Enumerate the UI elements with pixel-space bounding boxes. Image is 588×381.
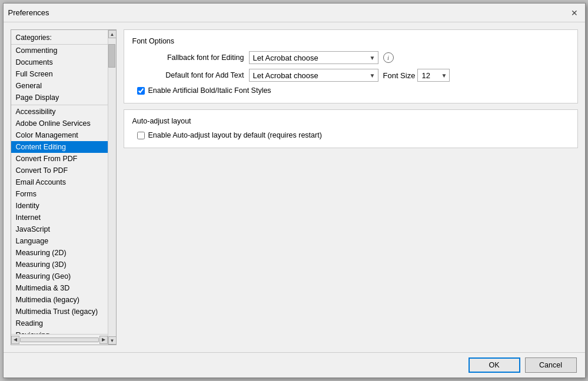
font-options-title: Font Options [132,37,569,45]
scroll-down-button[interactable]: ▼ [108,336,117,345]
sidebar-item-color-management[interactable]: Color Management [11,129,108,141]
font-size-label: Font Size [383,71,416,80]
preferences-dialog: Preferences ✕ Categories: CommentingDocu… [3,3,586,378]
sidebar-item-accessibility[interactable]: Accessibility [11,105,108,118]
auto-adjust-row: Enable Auto-adjust layout by default (re… [137,131,569,139]
fallback-font-value: Let Acrobat choose [253,54,318,62]
sidebar-item-measuring-2d[interactable]: Measuring (2D) [11,247,108,259]
cancel-button[interactable]: Cancel [525,357,577,373]
auto-adjust-section: Auto-adjust layout Enable Auto-adjust la… [124,109,578,148]
sidebar-bottom: ◀ ▶ [11,334,108,345]
font-size-dropdown[interactable]: 12 ▼ [417,69,450,82]
font-size-arrow: ▼ [441,72,447,79]
sidebar-inner: Categories: CommentingDocumentsFull Scre… [11,30,108,345]
font-size-value: 12 [421,71,430,80]
font-options-section: Font Options Fallback font for Editing L… [124,29,578,103]
auto-adjust-label[interactable]: Enable Auto-adjust layout by default (re… [148,131,322,139]
sidebar-list: CommentingDocumentsFull ScreenGeneralPag… [11,45,108,334]
dialog-title: Preferences [8,8,49,17]
scroll-track[interactable] [108,38,116,336]
ok-button[interactable]: OK [469,357,520,373]
fallback-font-label: Fallback font for Editing [132,54,244,62]
fallback-font-dropdown[interactable]: Let Acrobat choose ▼ [249,51,378,64]
bold-italic-row: Enable Artificial Bold/Italic Font Style… [137,86,569,95]
default-font-row: Default font for Add Text Let Acrobat ch… [132,69,569,82]
sidebar-item-convert-from-pdf[interactable]: Convert From PDF [11,153,108,165]
sidebar-item-multimedia-legacy[interactable]: Multimedia (legacy) [11,294,108,306]
fallback-font-info-icon[interactable]: i [383,52,394,63]
sidebar-item-forms[interactable]: Forms [11,188,108,200]
default-font-value: Let Acrobat choose [253,71,318,80]
sidebar-item-multimedia-3d[interactable]: Multimedia & 3D [11,282,108,294]
close-button[interactable]: ✕ [569,7,580,19]
sidebar-item-language[interactable]: Language [11,235,108,247]
horizontal-scrollbar-track[interactable] [20,337,99,342]
sidebar-item-measuring-3d[interactable]: Measuring (3D) [11,259,108,270]
sidebar-item-reading[interactable]: Reading [11,317,108,329]
bold-italic-checkbox[interactable] [137,87,145,95]
fallback-font-row: Fallback font for Editing Let Acrobat ch… [132,51,569,64]
sidebar-item-full-screen[interactable]: Full Screen [11,68,108,80]
vertical-scrollbar: ▲ ▼ [108,30,116,345]
sidebar-item-javascript[interactable]: JavaScript [11,223,108,235]
default-font-dropdown[interactable]: Let Acrobat choose ▼ [249,69,378,82]
sidebar-item-commenting[interactable]: Commenting [11,45,108,56]
scroll-left-button[interactable]: ◀ [11,336,19,344]
dialog-footer: OK Cancel [4,352,585,377]
bold-italic-label[interactable]: Enable Artificial Bold/Italic Font Style… [148,86,271,95]
default-font-label: Default font for Add Text [132,71,244,79]
sidebar-item-general[interactable]: General [11,80,108,92]
scroll-up-button[interactable]: ▲ [108,30,117,38]
sidebar-item-page-display[interactable]: Page Display [11,92,108,103]
sidebar-item-convert-to-pdf[interactable]: Convert To PDF [11,165,108,176]
title-bar: Preferences ✕ [4,4,585,22]
scroll-thumb[interactable] [108,44,115,68]
sidebar-item-reviewing[interactable]: Reviewing [11,329,108,334]
sidebar-item-multimedia-trust[interactable]: Multimedia Trust (legacy) [11,306,108,317]
sidebar-item-email-accounts[interactable]: Email Accounts [11,176,108,188]
sidebar-list-container: CommentingDocumentsFull ScreenGeneralPag… [11,44,108,334]
sidebar-item-internet[interactable]: Internet [11,212,108,223]
sidebar-item-documents[interactable]: Documents [11,56,108,68]
default-font-arrow: ▼ [370,72,376,79]
sidebar-item-measuring-geo[interactable]: Measuring (Geo) [11,270,108,282]
auto-adjust-title: Auto-adjust layout [132,117,569,125]
scroll-right-button[interactable]: ▶ [99,336,108,344]
categories-label: Categories: [11,30,108,44]
fallback-font-arrow: ▼ [370,55,376,61]
auto-adjust-checkbox[interactable] [137,132,145,139]
dialog-body: Categories: CommentingDocumentsFull Scre… [4,22,585,352]
sidebar-item-identity[interactable]: Identity [11,200,108,212]
font-size-group: Font Size 12 ▼ [383,69,450,82]
sidebar-item-content-editing[interactable]: Content Editing [11,141,108,153]
content-panel: Font Options Fallback font for Editing L… [124,29,578,345]
sidebar-item-adobe-online[interactable]: Adobe Online Services [11,118,108,129]
sidebar-container: Categories: CommentingDocumentsFull Scre… [11,29,117,345]
